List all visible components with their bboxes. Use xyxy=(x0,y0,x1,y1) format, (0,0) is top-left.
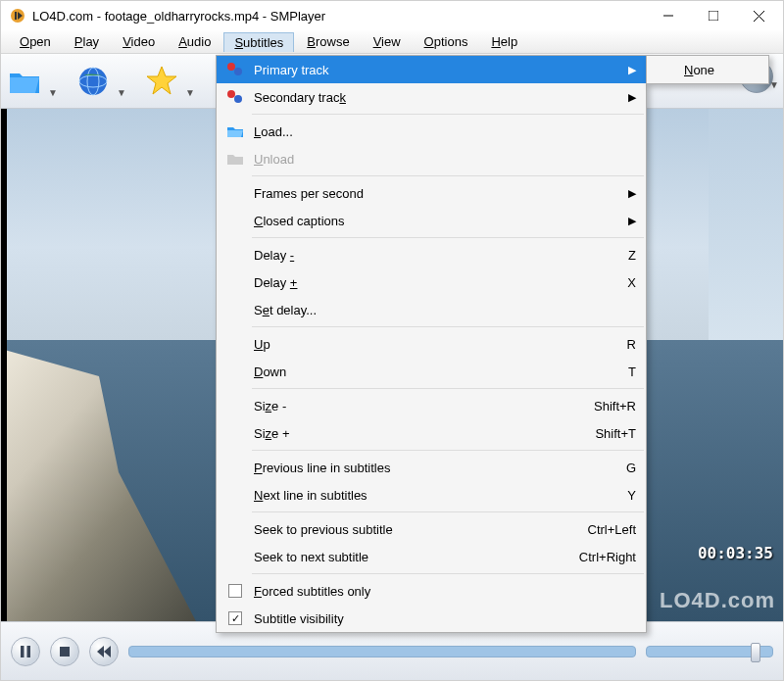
submenu-arrow-icon: ▶ xyxy=(628,187,636,200)
menu-play[interactable]: Play xyxy=(64,31,110,52)
seek-slider[interactable] xyxy=(128,646,636,657)
menu-item-label: Frames per second xyxy=(250,186,636,201)
close-button[interactable] xyxy=(736,1,781,30)
submenu-arrow-icon: ▶ xyxy=(628,215,636,227)
menu-separator xyxy=(252,237,644,238)
globe-icon[interactable] xyxy=(75,64,111,99)
star-icon[interactable] xyxy=(144,64,179,99)
menu-item-frames-per-second[interactable]: Frames per second▶ xyxy=(217,179,646,207)
svg-rect-12 xyxy=(60,647,70,657)
svg-marker-13 xyxy=(97,646,104,657)
svg-marker-14 xyxy=(104,646,111,657)
folder-open-icon xyxy=(220,124,250,138)
menu-separator xyxy=(252,326,644,327)
menu-item-size[interactable]: Size +Shift+T xyxy=(217,419,646,447)
dropdown-arrow-icon[interactable]: ▼ xyxy=(769,60,779,93)
watermark-text: LO4D.com xyxy=(660,588,775,613)
menu-item-shortcut: T xyxy=(618,365,636,379)
pause-button[interactable] xyxy=(11,637,40,666)
tracks-icon xyxy=(220,62,250,77)
dropdown-arrow-icon[interactable]: ▼ xyxy=(48,64,58,98)
menu-item-seek-to-previous-subtitle[interactable]: Seek to previous subtitleCtrl+Left xyxy=(217,515,646,543)
playback-timestamp: 00:03:35 xyxy=(698,544,773,562)
submenu-item-none[interactable]: None xyxy=(647,56,768,83)
menu-audio[interactable]: Audio xyxy=(168,31,221,52)
menu-item-label: Down xyxy=(250,365,618,379)
app-icon xyxy=(9,7,26,24)
menu-item-shortcut: Ctrl+Right xyxy=(569,550,636,564)
rewind-button[interactable] xyxy=(89,637,119,666)
menubar: OpenPlayVideoAudioSubtitlesBrowseViewOpt… xyxy=(1,30,783,54)
menu-item-size[interactable]: Size -Shift+R xyxy=(217,392,646,419)
menu-item-up[interactable]: UpR xyxy=(217,330,646,358)
svg-point-18 xyxy=(234,95,242,103)
menu-item-delay[interactable]: Delay -Z xyxy=(217,241,646,268)
menu-options[interactable]: Options xyxy=(414,31,479,52)
volume-slider[interactable] xyxy=(646,646,773,657)
menu-item-label: Seek to next subtitle xyxy=(250,550,569,564)
menu-item-label: Load... xyxy=(250,124,636,139)
folder-open-icon[interactable] xyxy=(7,64,42,99)
menu-item-seek-to-next-subtitle[interactable]: Seek to next subtitleCtrl+Right xyxy=(217,543,646,570)
menu-item-label: Subtitle visibility xyxy=(250,611,636,626)
menu-open[interactable]: Open xyxy=(9,31,62,52)
menu-item-label: Forced subtitles only xyxy=(250,584,636,599)
menu-help[interactable]: Help xyxy=(480,31,528,52)
menu-subtitles[interactable]: Subtitles xyxy=(223,32,294,52)
menu-item-forced-subtitles-only[interactable]: Forced subtitles only xyxy=(217,577,646,605)
menu-separator xyxy=(252,450,644,451)
tracks-icon xyxy=(220,89,250,105)
menu-browse[interactable]: Browse xyxy=(296,31,360,52)
menu-item-shortcut: Shift+T xyxy=(585,426,636,441)
menu-view[interactable]: View xyxy=(363,31,412,52)
dropdown-arrow-icon[interactable]: ▼ xyxy=(185,64,195,98)
menu-item-load[interactable]: Load... xyxy=(217,118,646,145)
menu-item-delay[interactable]: Delay +X xyxy=(217,268,646,296)
volume-thumb[interactable] xyxy=(751,643,760,662)
menu-video[interactable]: Video xyxy=(112,31,166,52)
menu-item-label: Delay + xyxy=(250,275,617,290)
menu-separator xyxy=(252,114,644,115)
menu-icon-slot: ✓ xyxy=(220,611,250,625)
minimize-button[interactable] xyxy=(646,1,691,30)
menu-item-subtitle-visibility[interactable]: ✓Subtitle visibility xyxy=(217,605,646,632)
menu-separator xyxy=(252,511,644,512)
menu-item-down[interactable]: DownT xyxy=(217,358,646,385)
menu-item-label: Up xyxy=(250,337,617,352)
menu-separator xyxy=(252,388,644,389)
menu-item-shortcut: G xyxy=(616,461,636,475)
svg-rect-11 xyxy=(27,646,31,657)
window-controls xyxy=(646,1,781,30)
stop-button[interactable] xyxy=(50,637,79,666)
svg-rect-1 xyxy=(15,12,17,20)
menu-separator xyxy=(252,175,644,176)
menu-item-shortcut: R xyxy=(617,337,636,352)
svg-point-17 xyxy=(227,90,235,98)
menu-item-shortcut: Shift+R xyxy=(584,399,636,413)
menu-item-label: Next line in subtitles xyxy=(250,488,617,503)
primary-track-submenu: None xyxy=(646,55,769,84)
menu-item-label: Seek to previous subtitle xyxy=(250,522,578,537)
menu-item-closed-captions[interactable]: Closed captions▶ xyxy=(217,207,646,234)
menu-item-label: Secondary track xyxy=(250,90,636,105)
menu-item-next-line-in-subtitles[interactable]: Next line in subtitlesY xyxy=(217,481,646,509)
menu-separator xyxy=(252,573,644,574)
menu-item-previous-line-in-subtitles[interactable]: Previous line in subtitlesG xyxy=(217,454,646,481)
menu-item-label: Size + xyxy=(250,426,585,441)
menu-item-shortcut: X xyxy=(617,275,636,290)
maximize-button[interactable] xyxy=(691,1,736,30)
window-title: LO4D.com - footage_oldharryrocks.mp4 - S… xyxy=(32,9,646,24)
window-titlebar: LO4D.com - footage_oldharryrocks.mp4 - S… xyxy=(1,1,783,30)
checkbox-icon: ✓ xyxy=(228,611,242,625)
submenu-arrow-icon: ▶ xyxy=(628,64,636,76)
menu-item-shortcut: Ctrl+Left xyxy=(578,522,637,537)
svg-point-7 xyxy=(79,68,107,95)
menu-item-set-delay[interactable]: Set delay... xyxy=(217,296,646,323)
menu-item-label: Set delay... xyxy=(250,303,636,317)
menu-item-secondary-track[interactable]: Secondary track▶ xyxy=(217,83,646,111)
menu-item-label: Delay - xyxy=(250,248,618,263)
submenu-arrow-icon: ▶ xyxy=(628,91,636,104)
menu-item-primary-track[interactable]: Primary track▶ xyxy=(217,56,646,83)
folder-closed-icon xyxy=(220,152,250,166)
dropdown-arrow-icon[interactable]: ▼ xyxy=(117,64,126,98)
